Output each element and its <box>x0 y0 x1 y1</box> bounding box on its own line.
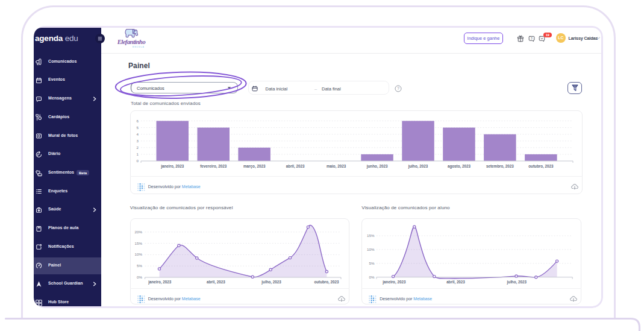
svg-text:julho, 2023: julho, 2023 <box>261 280 281 285</box>
svg-text:janeiro, 2023: janeiro, 2023 <box>160 164 184 169</box>
svg-text:1: 1 <box>136 152 139 156</box>
svg-text:janeiro, 2023: janeiro, 2023 <box>148 280 172 285</box>
svg-text:2: 2 <box>136 145 139 150</box>
svg-text:5: 5 <box>136 125 139 130</box>
svg-text:junho, 2023: junho, 2023 <box>366 164 388 169</box>
svg-text:julho, 2023: julho, 2023 <box>507 280 527 285</box>
svg-text:0%: 0% <box>137 275 142 279</box>
svg-text:10%: 10% <box>367 247 375 251</box>
svg-text:15%: 15% <box>367 233 375 238</box>
svg-text:janeiro, 2023: janeiro, 2023 <box>383 280 407 285</box>
svg-text:abril, 2023: abril, 2023 <box>286 164 305 169</box>
svg-text:outubro, 2023: outubro, 2023 <box>314 280 339 285</box>
svg-text:5%: 5% <box>369 261 375 265</box>
svg-text:julho, 2023: julho, 2023 <box>408 164 428 169</box>
svg-text:?: ? <box>397 86 399 90</box>
svg-text:5%: 5% <box>137 263 142 268</box>
svg-text:4: 4 <box>136 132 139 136</box>
svg-text:abril, 2023: abril, 2023 <box>446 280 465 285</box>
svg-text:15%: 15% <box>134 241 142 245</box>
svg-text:maio, 2023: maio, 2023 <box>327 164 346 169</box>
svg-text:setembro, 2023: setembro, 2023 <box>486 164 514 169</box>
svg-text:6: 6 <box>136 119 139 123</box>
svg-text:fevereiro, 2023: fevereiro, 2023 <box>200 164 227 169</box>
svg-text:20%: 20% <box>134 230 142 234</box>
svg-text:3: 3 <box>136 139 139 143</box>
svg-text:?: ? <box>531 36 533 40</box>
svg-text:abril, 2023: abril, 2023 <box>207 280 225 285</box>
svg-text:10%: 10% <box>134 252 142 256</box>
svg-text:0%: 0% <box>369 275 375 279</box>
svg-text:0: 0 <box>136 159 139 163</box>
svg-text:agosto, 2023: agosto, 2023 <box>448 164 471 169</box>
svg-text:março, 2023: março, 2023 <box>243 164 266 169</box>
svg-text:outubro, 2023: outubro, 2023 <box>528 164 554 169</box>
